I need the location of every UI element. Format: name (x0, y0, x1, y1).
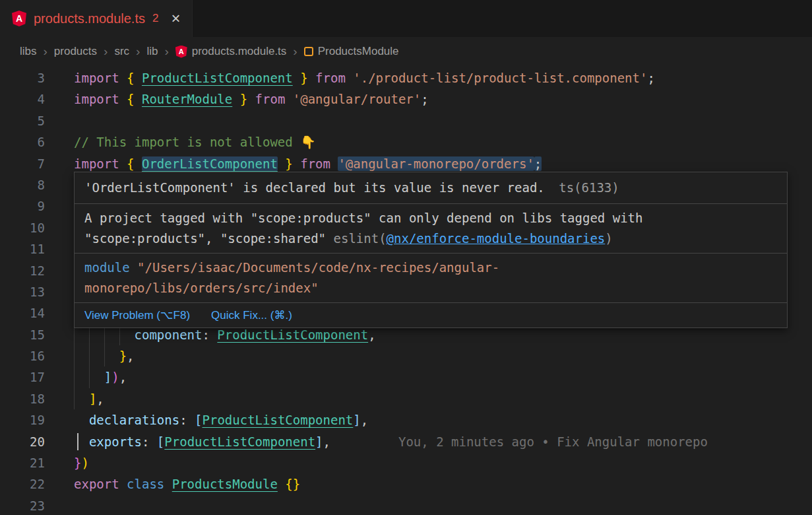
code-content[interactable]: import { RouterModule } from '@angular/r… (45, 88, 812, 110)
code-token: ] (104, 370, 111, 384)
code-token: : (179, 413, 195, 427)
code-token: ; (647, 71, 654, 85)
code-content[interactable]: ]), (45, 366, 812, 388)
ts-diagnostic: 'OrderListComponent' is declared but its… (75, 172, 787, 203)
code-token (278, 477, 285, 491)
code-token: exports (89, 434, 142, 449)
code-content[interactable]: exports: [ProductListComponent],You, 2 m… (45, 431, 812, 452)
class-symbol-icon (304, 47, 313, 56)
code-content[interactable]: import { ProductListComponent } from './… (45, 67, 812, 88)
code-content[interactable]: }) (45, 452, 812, 473)
code-content[interactable]: export class ProductsModule {} (45, 473, 812, 495)
code-token (74, 349, 119, 363)
line-number[interactable]: 8 (0, 174, 45, 195)
code-token: // This import is not allowed (74, 135, 300, 149)
angular-icon: A (175, 46, 187, 58)
breadcrumb-item-src[interactable]: src (114, 45, 129, 58)
code-token: { (127, 71, 142, 85)
code-token: [ (157, 434, 164, 449)
breadcrumb-separator: › (136, 44, 140, 59)
breadcrumb-label: libs (20, 45, 37, 58)
code-content[interactable]: ], (45, 388, 812, 409)
code-line-6: 6// This import is not allowed 👇 (0, 131, 812, 153)
code-token: '@angular-monorepo/orders' (338, 156, 534, 171)
line-number[interactable]: 23 (0, 495, 45, 515)
line-number[interactable]: 15 (0, 324, 45, 345)
line-number[interactable]: 5 (0, 110, 45, 131)
breadcrumb-separator: › (293, 44, 297, 59)
angular-icon: A (12, 11, 26, 26)
breadcrumb: libs›products›src›lib›Aproducts.module.t… (0, 37, 812, 66)
breadcrumb-item-libs[interactable]: libs (20, 45, 37, 58)
code-content[interactable] (45, 495, 812, 515)
code-content[interactable]: // This import is not allowed 👇 (45, 131, 812, 153)
line-number[interactable]: 13 (0, 281, 45, 302)
breadcrumb-separator: › (164, 44, 168, 59)
code-token: from (300, 156, 338, 171)
code-token: 👇 (300, 135, 316, 149)
code-token: '@angular/router' (293, 92, 421, 106)
code-editor: 3import { ProductListComponent } from '.… (0, 66, 812, 515)
code-token: } (74, 456, 81, 470)
tab-title: products.module.ts (34, 11, 145, 26)
ts-diagnostic-message: 'OrderListComponent' is declared but its… (84, 180, 545, 195)
code-token: } (278, 156, 300, 171)
line-number[interactable]: 22 (0, 473, 45, 495)
code-token: , (127, 349, 134, 363)
code-line-3: 3import { ProductListComponent } from '.… (0, 67, 812, 88)
code-line-19: 19 declarations: [ProductListComponent], (0, 409, 812, 430)
code-content[interactable] (45, 110, 812, 131)
line-number[interactable]: 4 (0, 88, 45, 110)
code-token: } (119, 349, 127, 363)
code-line-4: 4import { RouterModule } from '@angular/… (0, 88, 812, 110)
code-token: './product-list/product-list.component' (353, 71, 647, 85)
eslint-diagnostic: A project tagged with "scope:products" c… (75, 204, 787, 253)
indent-guide (104, 345, 105, 366)
code-token: from (255, 92, 293, 106)
line-number[interactable]: 18 (0, 388, 45, 409)
line-number[interactable]: 16 (0, 345, 45, 366)
code-token: , (119, 370, 127, 384)
indent-guide (74, 388, 75, 409)
hover-popup: 'OrderListComponent' is declared but its… (74, 172, 788, 328)
breadcrumb-label: ProductsModule (318, 45, 399, 58)
code-token (74, 413, 89, 427)
quick-fix-button[interactable]: Quick Fix... (⌘.) (211, 308, 292, 322)
breadcrumb-separator: › (44, 44, 47, 59)
code-token: OrderListComponent (142, 156, 278, 171)
tab-close-icon[interactable]: × (171, 11, 180, 26)
line-number[interactable]: 14 (0, 302, 45, 324)
view-problem-button[interactable]: View Problem (⌥F8) (84, 308, 190, 322)
code-token: , (368, 327, 375, 342)
line-number[interactable]: 20 (0, 431, 45, 452)
breadcrumb-item-products-module-ts[interactable]: Aproducts.module.ts (175, 45, 287, 58)
code-content[interactable]: }, (45, 345, 812, 366)
code-token: ) (81, 456, 88, 470)
eslint-rule-link[interactable]: @nx/enforce-module-boundaries (387, 231, 606, 246)
code-line-5: 5 (0, 110, 812, 131)
code-token: } (293, 71, 315, 85)
line-number[interactable]: 11 (0, 238, 45, 259)
git-blame-annotation: You, 2 minutes ago • Fix Angular monorep… (398, 434, 708, 449)
module-path-line1: module "/Users/isaac/Documents/code/nx-r… (84, 258, 777, 278)
line-number[interactable]: 21 (0, 452, 45, 473)
breadcrumb-item-productsmodule[interactable]: ProductsModule (304, 45, 399, 58)
tab-products-module[interactable]: A products.module.ts 2 × (0, 0, 193, 37)
line-number[interactable]: 3 (0, 67, 45, 88)
line-number[interactable]: 7 (0, 153, 45, 174)
code-token (74, 392, 89, 406)
line-number[interactable]: 6 (0, 131, 45, 153)
line-number[interactable]: 12 (0, 260, 45, 281)
line-number[interactable]: 9 (0, 195, 45, 217)
line-number[interactable]: 17 (0, 366, 45, 388)
code-token: : (142, 434, 157, 449)
breadcrumb-item-products[interactable]: products (54, 45, 97, 58)
code-content[interactable]: declarations: [ProductListComponent], (45, 409, 812, 430)
code-token: import (74, 92, 127, 106)
line-number[interactable]: 10 (0, 217, 45, 238)
module-keyword: module (84, 260, 130, 275)
breadcrumb-item-lib[interactable]: lib (146, 45, 158, 58)
code-token: ] (353, 413, 360, 427)
code-line-21: 21}) (0, 452, 812, 473)
line-number[interactable]: 19 (0, 409, 45, 430)
